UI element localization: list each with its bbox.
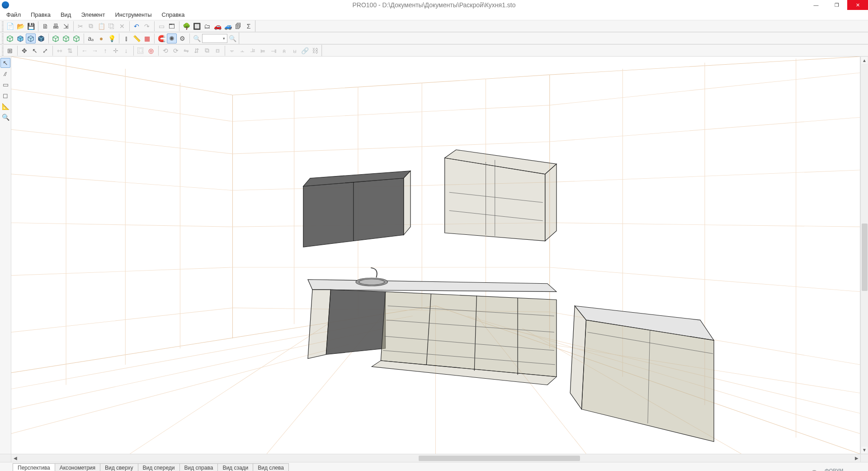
dim-layer-icon[interactable]: ⫿ bbox=[121, 33, 131, 43]
settings-icon[interactable]: ⚙ bbox=[177, 33, 187, 43]
hscroll-thumb[interactable] bbox=[419, 456, 580, 461]
watermark-logo-icon: Sm bbox=[811, 469, 822, 471]
unlink-icon: ⛓ bbox=[310, 46, 320, 56]
zoom-out-icon[interactable]: 🔍 bbox=[192, 33, 202, 43]
svg-line-21 bbox=[11, 267, 232, 276]
vscroll-thumb[interactable] bbox=[862, 224, 868, 291]
toolbar-view: aₐ●💡⫿📏▦🧲✺⚙🔍▾🔍 bbox=[0, 32, 868, 44]
sum-icon[interactable]: Σ bbox=[244, 21, 254, 31]
grid-small-icon[interactable]: ⊞ bbox=[5, 46, 15, 56]
svg-marker-53 bbox=[404, 171, 410, 235]
group2-icon: ⿴ bbox=[136, 46, 146, 56]
app-icon bbox=[2, 1, 9, 9]
catalog-icon[interactable]: 🗂 bbox=[202, 21, 212, 31]
svg-line-22 bbox=[11, 308, 232, 332]
view-iso-icon[interactable] bbox=[61, 33, 71, 43]
scroll-up-icon[interactable]: ▲ bbox=[861, 57, 868, 64]
wireframe-icon[interactable] bbox=[5, 33, 15, 43]
viewport-3d[interactable] bbox=[11, 57, 860, 454]
mirror2-icon: ⧈ bbox=[212, 46, 222, 56]
undo-icon[interactable]: ↶ bbox=[132, 21, 142, 31]
dim-sheet-icon[interactable]: 🚗 bbox=[212, 21, 222, 31]
work-area: ↖⫽▭◻📐🔍 bbox=[0, 57, 868, 454]
toolbar-standard: 📄📂💾🗎🖶⇲✂⧉📋⿻✕↶↷▭🗔🌳🔲🗂🚗🚙🗐Σ bbox=[0, 20, 868, 32]
new-element-icon: ▭ bbox=[156, 21, 166, 31]
scroll-down-icon[interactable]: ▼ bbox=[861, 446, 868, 454]
rotate-right-icon: ⟳ bbox=[171, 46, 181, 56]
scroll-right-icon[interactable]: ▶ bbox=[853, 454, 860, 462]
titlebar: PRO100 - D:\Документы\Документы\Раскрой\… bbox=[0, 0, 868, 10]
materials-icon[interactable]: 🔲 bbox=[192, 21, 202, 31]
print-icon[interactable]: 🖶 bbox=[51, 21, 61, 31]
svg-line-28 bbox=[232, 105, 549, 122]
menu-элемент[interactable]: Элемент bbox=[76, 10, 109, 19]
ruler-icon[interactable]: 📏 bbox=[132, 33, 142, 43]
menu-справка[interactable]: Справка bbox=[157, 10, 189, 19]
ortho-icon[interactable]: ⤢ bbox=[40, 46, 50, 56]
cut-icon: ✂ bbox=[75, 21, 85, 31]
dist-v-icon: ⫣ bbox=[269, 46, 278, 56]
view-persp-icon[interactable] bbox=[51, 33, 61, 43]
align-v-icon: ⇅ bbox=[65, 46, 75, 56]
tab-4[interactable]: Вид справа bbox=[179, 463, 218, 471]
tab-6[interactable]: Вид слева bbox=[253, 463, 289, 471]
grid-toggle-icon[interactable]: ▦ bbox=[142, 33, 152, 43]
duplicate-icon: ⿻ bbox=[107, 21, 117, 31]
open-file-icon[interactable]: 📂 bbox=[15, 21, 25, 31]
pointer-tool-icon[interactable]: ↖ bbox=[0, 58, 10, 68]
light-icon[interactable]: 💡 bbox=[107, 33, 117, 43]
tab-2[interactable]: Вид сверху bbox=[100, 463, 138, 471]
delete-icon: ✕ bbox=[117, 21, 127, 31]
tab-3[interactable]: Вид спереди bbox=[138, 463, 180, 471]
properties-icon[interactable]: 🗔 bbox=[167, 21, 177, 31]
osnap-icon[interactable]: ✺ bbox=[167, 33, 177, 43]
svg-line-18 bbox=[11, 129, 232, 154]
move-free-icon[interactable]: ✥ bbox=[19, 46, 29, 56]
snap-icon[interactable]: 🧲 bbox=[156, 33, 166, 43]
new-file-icon[interactable]: 📄 bbox=[5, 21, 15, 31]
solid-icon[interactable] bbox=[15, 33, 25, 43]
svg-line-19 bbox=[11, 174, 232, 190]
scroll-left-icon[interactable]: ◀ bbox=[11, 454, 19, 462]
horizontal-scrollbar[interactable]: ◀ ▶ bbox=[11, 454, 860, 462]
dim-sheet2-icon[interactable]: 🚙 bbox=[223, 21, 233, 31]
tab-0[interactable]: Перспектива bbox=[13, 463, 55, 471]
zoom-dropdown[interactable]: ▾ bbox=[202, 34, 227, 43]
maximize-button[interactable]: ❐ bbox=[826, 0, 847, 10]
svg-line-26 bbox=[232, 75, 549, 95]
menubar: ФайлПравкаВидЭлементИнструментыСправка bbox=[0, 10, 868, 20]
view-top-icon[interactable] bbox=[71, 33, 81, 43]
zoom-in-icon[interactable]: 🔍 bbox=[227, 33, 237, 43]
minimize-button[interactable]: — bbox=[806, 0, 826, 10]
vertical-scrollbar[interactable]: ▲ ▼ bbox=[860, 57, 868, 454]
chevron-down-icon[interactable]: ▾ bbox=[221, 36, 227, 41]
tree-view-icon[interactable]: 🌳 bbox=[181, 21, 191, 31]
align-h-icon: ⇿ bbox=[55, 46, 65, 56]
view-tabs: ПерспективаАксонометрияВид сверхуВид спе… bbox=[0, 462, 868, 471]
select-icon[interactable]: ↖ bbox=[30, 46, 40, 56]
svg-line-20 bbox=[11, 223, 232, 227]
export-icon[interactable]: ⇲ bbox=[61, 21, 71, 31]
print-preview-icon[interactable]: 🗎 bbox=[40, 21, 50, 31]
save-file-icon[interactable]: 💾 bbox=[26, 21, 36, 31]
material-ball-icon[interactable]: ● bbox=[96, 33, 106, 43]
menu-файл[interactable]: Файл bbox=[2, 10, 25, 19]
menu-вид[interactable]: Вид bbox=[56, 10, 76, 19]
svg-line-29 bbox=[232, 142, 549, 154]
target-icon[interactable]: ◎ bbox=[146, 46, 156, 56]
label-icon[interactable]: aₐ bbox=[86, 33, 96, 43]
transparent-icon[interactable] bbox=[26, 33, 36, 43]
menu-правка[interactable]: Правка bbox=[26, 10, 55, 19]
copy-icon: ⧉ bbox=[86, 21, 96, 31]
tab-1[interactable]: Аксонометрия bbox=[55, 463, 100, 471]
dimension-tool-icon[interactable]: ⫽ bbox=[0, 69, 10, 79]
shaded-icon[interactable] bbox=[36, 33, 46, 43]
svg-marker-69 bbox=[326, 290, 385, 354]
window-title: PRO100 - D:\Документы\Документы\Раскрой\… bbox=[352, 1, 515, 9]
dist-h-icon: ⫢ bbox=[258, 46, 268, 56]
report-icon[interactable]: 🗐 bbox=[233, 21, 243, 31]
tab-5[interactable]: Вид сзади bbox=[217, 463, 253, 471]
close-button[interactable]: ✕ bbox=[847, 0, 868, 10]
flip-v-icon: ⇵ bbox=[192, 46, 202, 56]
menu-инструменты[interactable]: Инструменты bbox=[110, 10, 156, 19]
